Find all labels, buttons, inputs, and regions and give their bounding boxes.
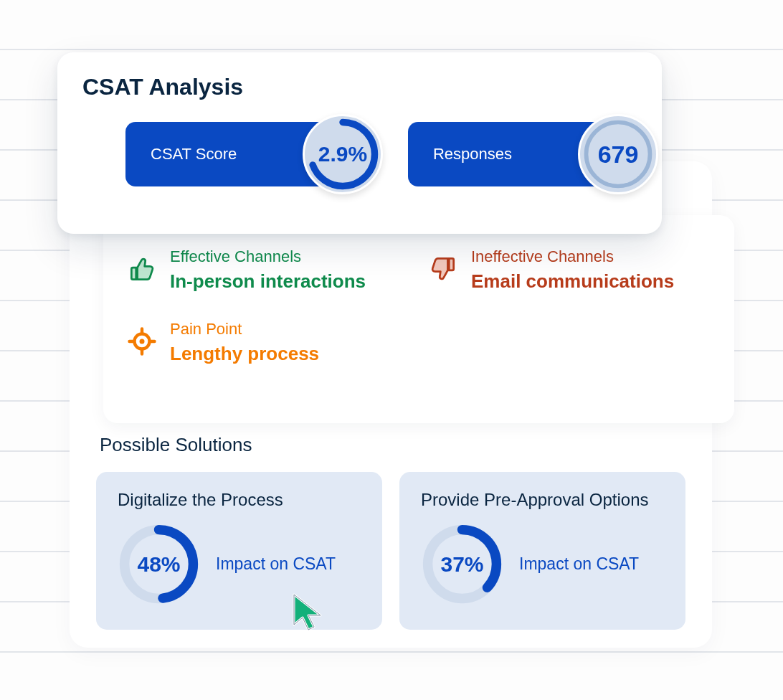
responses-label: Responses (433, 145, 512, 164)
csat-analysis-card: CSAT Analysis CSAT Score 2.9% Responses (57, 52, 662, 234)
responses-bubble: 679 (578, 114, 658, 194)
effective-label: Effective Channels (170, 247, 366, 266)
target-icon (125, 324, 159, 359)
effective-channel-block: Effective Channels In-person interaction… (125, 247, 397, 293)
effective-value: In-person interactions (170, 270, 366, 293)
impact-pct: 37% (421, 523, 503, 605)
solutions-row: Digitalize the Process 48% Impact on CSA… (96, 472, 685, 630)
solution-box[interactable]: Provide Pre-Approval Options 37% Impact … (399, 472, 685, 630)
impact-label: Impact on CSAT (216, 554, 336, 574)
svg-point-5 (140, 339, 145, 344)
pain-point-block: Pain Point Lengthy process (125, 320, 713, 365)
ineffective-value: Email communications (471, 270, 674, 293)
pain-label: Pain Point (170, 320, 319, 339)
responses-pill: Responses 679 (408, 122, 637, 186)
solution-title: Provide Pre-Approval Options (421, 490, 668, 510)
solution-title: Digitalize the Process (118, 490, 364, 510)
impact-pct: 48% (118, 523, 200, 605)
csat-score-value: 2.9% (318, 142, 367, 166)
csat-score-bubble: 2.9% (303, 114, 383, 194)
csat-title: CSAT Analysis (82, 74, 637, 100)
impact-label: Impact on CSAT (519, 554, 639, 574)
impact-donut: 48% (118, 523, 200, 605)
pain-value: Lengthy process (170, 343, 319, 365)
responses-value: 679 (598, 141, 639, 169)
csat-score-pill: CSAT Score 2.9% (125, 122, 361, 186)
csat-score-label: CSAT Score (151, 145, 237, 164)
solution-box[interactable]: Digitalize the Process 48% Impact on CSA… (96, 472, 382, 630)
impact-donut: 37% (421, 523, 503, 605)
thumbs-down-icon (426, 252, 460, 286)
ineffective-channel-block: Ineffective Channels Email communication… (426, 247, 698, 293)
thumbs-up-icon (125, 252, 159, 286)
possible-solutions-heading: Possible Solutions (100, 434, 685, 456)
channels-card: Effective Channels In-person interaction… (103, 215, 734, 423)
ineffective-label: Ineffective Channels (471, 247, 674, 266)
